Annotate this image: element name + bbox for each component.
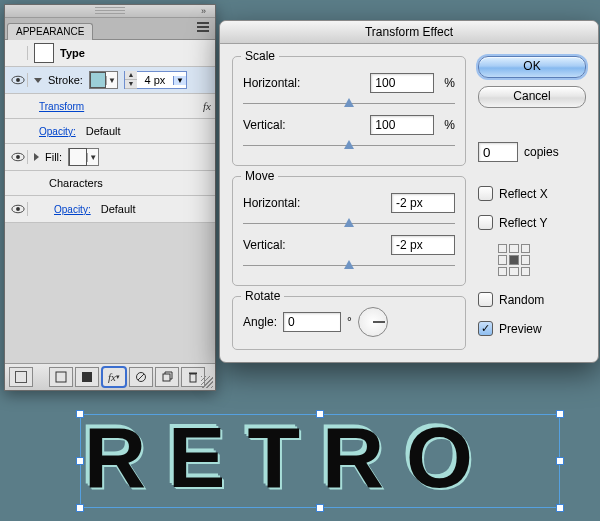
row-fill[interactable]: Fill: ▼ (5, 144, 215, 171)
add-stroke-button[interactable] (49, 367, 73, 387)
transform-effect-dialog: Transform Effect Scale Horizontal: % Ver… (219, 20, 599, 363)
eye-icon[interactable] (9, 202, 28, 216)
resize-grip-icon[interactable] (201, 376, 213, 388)
none-swatch (69, 148, 87, 166)
group-move: Move Horizontal: Vertical: (232, 176, 466, 286)
clear-appearance-button[interactable] (129, 367, 153, 387)
opacity-link[interactable]: Opacity: (39, 126, 76, 137)
svg-rect-10 (163, 374, 170, 381)
type-label: Type (60, 47, 85, 59)
ok-button[interactable]: OK (478, 56, 586, 78)
stroke-width-input[interactable]: ▲▼ ▼ (124, 71, 187, 89)
dropdown-arrow-icon: ▼ (106, 76, 117, 85)
copies-input[interactable] (478, 142, 518, 162)
type-swatch[interactable] (34, 43, 54, 63)
random-checkbox[interactable] (478, 292, 493, 307)
tab-appearance[interactable]: APPEARANCE (7, 23, 93, 40)
visibility-spacer (9, 46, 28, 60)
panel-empty-area (5, 223, 215, 363)
panel-tab-strip: APPEARANCE (5, 18, 215, 40)
reference-point-grid[interactable] (498, 244, 530, 276)
transform-effect-link[interactable]: Transform (39, 101, 84, 112)
selection-handle[interactable] (556, 410, 564, 418)
duplicate-item-button[interactable] (155, 367, 179, 387)
move-v-slider[interactable] (243, 261, 455, 271)
preview-label: Preview (499, 322, 542, 336)
svg-rect-11 (190, 374, 196, 382)
opacity-value: Default (86, 125, 121, 137)
dialog-title: Transform Effect (365, 25, 453, 39)
reflect-y-label: Reflect Y (499, 216, 547, 230)
row-object-opacity[interactable]: Opacity: Default (5, 196, 215, 223)
reflect-x-label: Reflect X (499, 187, 548, 201)
eye-icon[interactable] (9, 150, 28, 164)
move-h-input[interactable] (391, 193, 455, 213)
characters-label: Characters (49, 177, 103, 189)
reflect-y-checkbox[interactable] (478, 215, 493, 230)
row-stroke[interactable]: Stroke: ▼ ▲▼ ▼ (5, 67, 215, 94)
rotate-dial[interactable] (358, 307, 388, 337)
disclosure-icon[interactable] (34, 78, 42, 83)
selection-handle[interactable] (556, 457, 564, 465)
row-stroke-opacity[interactable]: Opacity: Default (5, 119, 215, 144)
scale-h-unit: % (444, 76, 455, 90)
move-v-label: Vertical: (243, 238, 313, 252)
panel-titlebar[interactable]: » (5, 5, 215, 18)
group-rotate: Rotate Angle: ° (232, 296, 466, 350)
scale-v-unit: % (444, 118, 455, 132)
scale-h-slider[interactable] (243, 99, 455, 109)
opacity-link[interactable]: Opacity: (54, 204, 91, 215)
add-fill-button[interactable] (75, 367, 99, 387)
row-characters[interactable]: Characters (5, 171, 215, 196)
panel-footer: fx▾ (5, 363, 215, 390)
eye-icon[interactable] (9, 73, 28, 87)
svg-line-9 (138, 374, 144, 380)
retro-text[interactable]: RETRO (84, 408, 495, 507)
scale-legend: Scale (241, 49, 279, 63)
stroke-color-swatch (90, 72, 106, 88)
group-scale: Scale Horizontal: % Vertical: % (232, 56, 466, 166)
scale-h-input[interactable] (370, 73, 434, 93)
copies-label: copies (524, 145, 559, 159)
appearance-panel: » APPEARANCE Type Stroke: ▼ ▲▼ ▼ (4, 4, 216, 391)
rotate-legend: Rotate (241, 289, 284, 303)
svg-rect-6 (56, 372, 66, 382)
svg-point-5 (16, 207, 20, 211)
cancel-button[interactable]: Cancel (478, 86, 586, 108)
dialog-titlebar[interactable]: Transform Effect (220, 21, 598, 44)
selection-handle[interactable] (76, 410, 84, 418)
scale-v-label: Vertical: (243, 118, 313, 132)
move-v-input[interactable] (391, 235, 455, 255)
appearance-list: Type Stroke: ▼ ▲▼ ▼ Transform fx Opacity… (5, 40, 215, 363)
stroke-color-dropdown[interactable]: ▼ (89, 71, 118, 89)
stroke-width-field[interactable] (137, 73, 173, 87)
row-type[interactable]: Type (5, 40, 215, 67)
fill-color-dropdown[interactable]: ▼ (68, 148, 99, 166)
stepper-icon[interactable]: ▲▼ (125, 71, 137, 89)
scale-h-label: Horizontal: (243, 76, 313, 90)
rotate-unit: ° (347, 315, 352, 329)
collapse-icon[interactable]: » (201, 7, 211, 15)
move-h-slider[interactable] (243, 219, 455, 229)
rotate-input[interactable] (283, 312, 341, 332)
row-stroke-effect[interactable]: Transform fx (5, 94, 215, 119)
dropdown-arrow-icon[interactable]: ▼ (173, 76, 186, 85)
selection-handle[interactable] (76, 504, 84, 512)
artwork-selection[interactable]: RETRO (80, 414, 560, 508)
reflect-x-checkbox[interactable] (478, 186, 493, 201)
selection-handle[interactable] (556, 504, 564, 512)
dropdown-arrow-icon: ▼ (87, 153, 98, 162)
preview-checkbox[interactable]: ✓ (478, 321, 493, 336)
new-art-basic-button[interactable] (9, 367, 33, 387)
add-effect-button[interactable]: fx▾ (101, 366, 127, 388)
scale-v-input[interactable] (370, 115, 434, 135)
panel-menu-icon[interactable] (197, 21, 211, 33)
scale-v-slider[interactable] (243, 141, 455, 151)
move-h-label: Horizontal: (243, 196, 313, 210)
random-label: Random (499, 293, 544, 307)
disclosure-icon[interactable] (34, 153, 39, 161)
svg-rect-7 (82, 372, 92, 382)
selection-handle[interactable] (76, 457, 84, 465)
svg-rect-12 (189, 373, 197, 375)
svg-point-3 (16, 155, 20, 159)
